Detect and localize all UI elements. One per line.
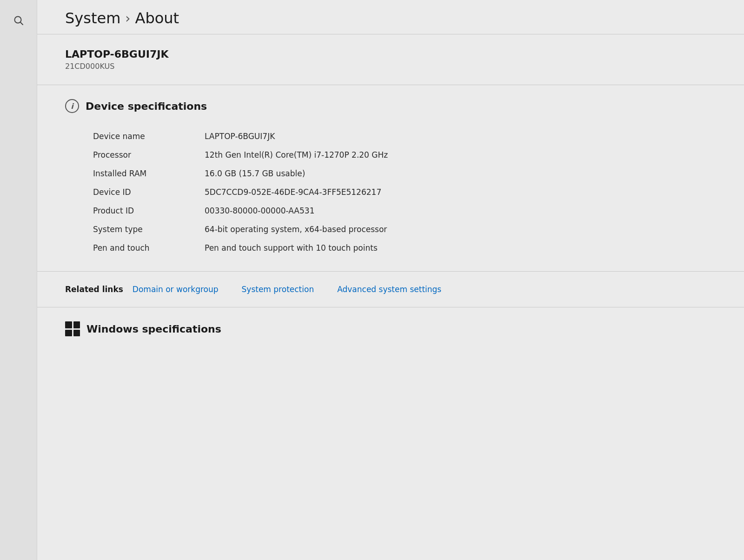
breadcrumb-area: System › About [37, 0, 744, 34]
windows-specs-title: Windows specifications [86, 323, 221, 335]
spec-row-pen-touch: Pen and touch Pen and touch support with… [93, 239, 716, 257]
spec-label-device-name: Device name [93, 132, 186, 141]
search-icon [13, 15, 24, 26]
windows-specs-section: Windows specifications [37, 307, 744, 350]
device-hostname: LAPTOP-6BGUI7JK [65, 48, 716, 60]
svg-line-1 [20, 22, 22, 25]
related-link-advanced[interactable]: Advanced system settings [337, 285, 441, 294]
info-icon: i [65, 99, 79, 113]
specs-section-header: i Device specifications [65, 99, 716, 113]
spec-value-ram: 16.0 GB (15.7 GB usable) [205, 169, 305, 178]
breadcrumb-system: System [65, 9, 120, 27]
spec-row-device-id: Device ID 5DC7CCD9-052E-46DE-9CA4-3FF5E5… [93, 183, 716, 201]
related-links-section: Related links Domain or workgroup System… [37, 272, 744, 307]
spec-label-device-id: Device ID [93, 187, 186, 197]
spec-row-product-id: Product ID 00330-80000-00000-AA531 [93, 201, 716, 220]
windows-icon-quad-bl [65, 330, 72, 337]
breadcrumb-about: About [135, 9, 179, 27]
sidebar [0, 0, 37, 560]
windows-icon-quad-tr [73, 321, 80, 328]
related-links-label: Related links [65, 285, 123, 294]
windows-icon [65, 321, 80, 336]
spec-value-product-id: 00330-80000-00000-AA531 [205, 206, 314, 215]
related-link-protection[interactable]: System protection [242, 285, 314, 294]
spec-value-processor: 12th Gen Intel(R) Core(TM) i7-1270P 2.20… [205, 150, 388, 160]
spec-label-system-type: System type [93, 225, 186, 234]
device-name-section: LAPTOP-6BGUI7JK 21CD000KUS [37, 34, 744, 85]
spec-row-processor: Processor 12th Gen Intel(R) Core(TM) i7-… [93, 146, 716, 164]
windows-icon-quad-tl [65, 321, 72, 328]
spec-value-device-name: LAPTOP-6BGUI7JK [205, 132, 275, 141]
spec-row-device-name: Device name LAPTOP-6BGUI7JK [93, 127, 716, 146]
page-container: System › About LAPTOP-6BGUI7JK 21CD000KU… [0, 0, 744, 560]
main-content: System › About LAPTOP-6BGUI7JK 21CD000KU… [37, 0, 744, 560]
windows-icon-quad-br [73, 330, 80, 337]
related-link-domain[interactable]: Domain or workgroup [133, 285, 219, 294]
device-specs-section: i Device specifications Device name LAPT… [37, 85, 744, 272]
spec-label-ram: Installed RAM [93, 169, 186, 178]
breadcrumb-separator: › [125, 11, 130, 26]
spec-label-product-id: Product ID [93, 206, 186, 215]
spec-label-pen-touch: Pen and touch [93, 243, 186, 253]
spec-row-system-type: System type 64-bit operating system, x64… [93, 220, 716, 239]
windows-specs-header: Windows specifications [65, 321, 716, 336]
breadcrumb: System › About [65, 9, 716, 27]
device-specs-title: Device specifications [86, 100, 207, 112]
spec-row-ram: Installed RAM 16.0 GB (15.7 GB usable) [93, 164, 716, 183]
specs-table: Device name LAPTOP-6BGUI7JK Processor 12… [65, 127, 716, 257]
search-button[interactable] [7, 9, 30, 32]
spec-value-system-type: 64-bit operating system, x64-based proce… [205, 225, 387, 234]
spec-label-processor: Processor [93, 150, 186, 160]
spec-value-pen-touch: Pen and touch support with 10 touch poin… [205, 243, 378, 253]
info-icon-text: i [71, 102, 73, 111]
device-model: 21CD000KUS [65, 62, 716, 71]
spec-value-device-id: 5DC7CCD9-052E-46DE-9CA4-3FF5E5126217 [205, 187, 381, 197]
